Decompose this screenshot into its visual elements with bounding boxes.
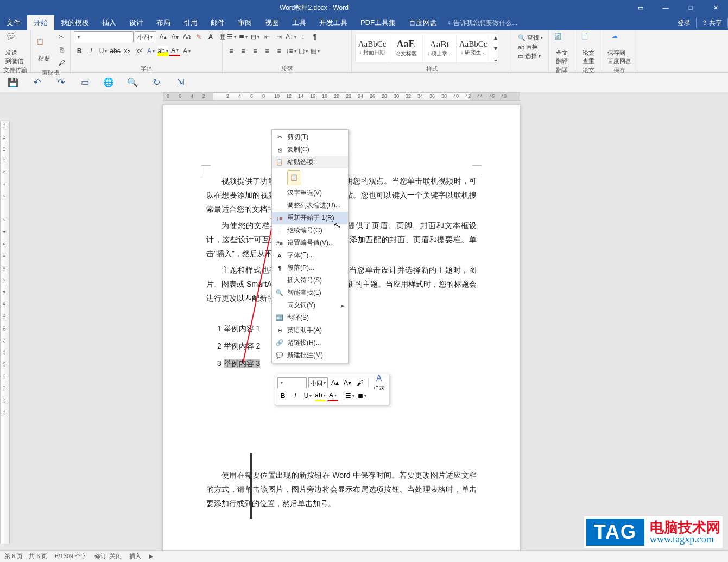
cm-font[interactable]: A字体(F)...	[272, 249, 348, 262]
show-marks-icon[interactable]: ¶	[309, 31, 320, 42]
cm-new-comment[interactable]: 💬新建批注(M)	[272, 349, 348, 362]
document-table[interactable]	[250, 453, 252, 519]
cm-hyperlink[interactable]: 🔗超链接(H)...	[272, 337, 348, 349]
cm-adjust-indent[interactable]: 调整列表缩进(U)...	[272, 199, 348, 212]
cm-cut[interactable]: ✂剪切(T)	[272, 131, 348, 143]
numbering-icon[interactable]: ≣	[238, 31, 249, 42]
shrink-font-icon[interactable]: A▾	[169, 31, 180, 42]
tab-home[interactable]: 开始	[27, 15, 54, 30]
mini-font-name[interactable]	[277, 377, 307, 388]
mini-shrink-font-icon[interactable]: A▾	[342, 377, 353, 388]
print-preview-icon[interactable]: 🌐	[103, 77, 114, 88]
bold-icon[interactable]: B	[74, 46, 85, 56]
status-macro-icon[interactable]: ▶	[149, 553, 153, 560]
format-painter-icon[interactable]: 🖌	[56, 58, 67, 68]
tab-layout[interactable]: 布局	[150, 15, 177, 30]
copy-icon[interactable]: ⎘	[56, 45, 67, 55]
align-center-icon[interactable]: ≡	[238, 46, 249, 56]
tab-insert[interactable]: 插入	[96, 15, 123, 30]
change-case-icon[interactable]: Aa	[181, 31, 192, 42]
styles-row-down-icon[interactable]: ▾	[490, 43, 501, 54]
multilevel-list-icon[interactable]: ⊟	[250, 31, 261, 42]
justify-icon[interactable]: ≡	[262, 46, 273, 56]
grow-font-icon[interactable]: A▴	[157, 31, 168, 42]
line-spacing-icon[interactable]: ↕≡	[286, 46, 296, 56]
cm-insert-symbol[interactable]: 插入符号(S)	[272, 274, 348, 287]
ribbon-display-options-icon[interactable]: ▭	[628, 0, 653, 15]
status-page[interactable]: 第 6 页，共 6 页	[4, 552, 47, 560]
superscript-icon[interactable]: x²	[134, 46, 144, 56]
mini-bold-icon[interactable]: B	[277, 390, 288, 401]
tab-design[interactable]: 设计	[123, 15, 150, 30]
share-button[interactable]: ⇪ 共享	[696, 18, 728, 28]
mini-underline-icon[interactable]: U	[302, 390, 313, 401]
select-button[interactable]: ▭选择▾	[518, 52, 543, 60]
status-track-changes[interactable]: 修订: 关闭	[94, 552, 122, 560]
mini-font-color-icon[interactable]: A	[327, 390, 338, 401]
borders-icon[interactable]: ▦	[309, 46, 320, 56]
italic-icon[interactable]: I	[86, 46, 97, 56]
undo-icon[interactable]: ↶	[31, 77, 42, 88]
vertical-ruler[interactable]: 1412108642246810121416182022242628303234	[0, 121, 10, 544]
tab-pdf[interactable]: PDF工具集	[354, 15, 402, 30]
save-to-baidu-button[interactable]: ☁保存到 百度网盘	[605, 31, 634, 66]
sort-icon[interactable]: ↕	[297, 31, 308, 42]
asian-layout-icon[interactable]: A↕	[286, 31, 296, 42]
char-shading-icon[interactable]: A	[181, 46, 192, 56]
underline-icon[interactable]: U	[98, 46, 109, 56]
tab-mail[interactable]: 邮件	[204, 15, 231, 30]
customize-qat-icon[interactable]: ⇲	[175, 77, 186, 88]
tab-tools[interactable]: 工具	[286, 15, 313, 30]
cut-icon[interactable]: ✂	[56, 31, 67, 42]
phonetic-guide-icon[interactable]: ✎	[193, 31, 204, 42]
full-translate-button[interactable]: 🔄全文 翻译	[552, 31, 572, 66]
mini-font-size[interactable]: 小四	[308, 377, 328, 388]
font-color-icon[interactable]: A	[169, 46, 180, 56]
strikethrough-icon[interactable]: abc	[110, 46, 121, 56]
mini-grow-font-icon[interactable]: A▴	[330, 377, 340, 388]
mini-italic-icon[interactable]: I	[290, 390, 301, 401]
cm-smart-lookup[interactable]: 🔍智能查找(L)	[272, 287, 348, 299]
bullets-icon[interactable]: ☰	[226, 31, 237, 42]
new-doc-icon[interactable]: ▭	[79, 77, 90, 88]
minimize-button[interactable]: —	[653, 0, 678, 15]
cm-paragraph[interactable]: ¶段落(P)...	[272, 262, 348, 274]
style-master[interactable]: AaBt↓ 硕士学...	[423, 34, 457, 62]
zoom-icon[interactable]: 🔍	[127, 77, 138, 88]
status-insert-mode[interactable]: 插入	[129, 552, 141, 560]
maximize-button[interactable]: □	[678, 0, 703, 15]
close-button[interactable]: ✕	[703, 0, 728, 15]
decrease-indent-icon[interactable]: ⇤	[262, 31, 273, 42]
style-grad[interactable]: AaBbCc↓ 研究生...	[457, 34, 490, 62]
save-icon[interactable]: 💾	[8, 77, 18, 88]
paste-button[interactable]: 📋 粘贴	[34, 37, 54, 64]
cm-english-assistant[interactable]: ⊕英语助手(A)	[272, 324, 348, 337]
align-left-icon[interactable]: ≡	[226, 46, 237, 56]
touch-mode-icon[interactable]: ↻	[151, 77, 162, 88]
mini-numbering-icon[interactable]: ≣	[357, 390, 368, 401]
redo-icon[interactable]: ↷	[55, 77, 66, 88]
text-effects-icon[interactable]: A	[145, 46, 156, 56]
tab-view[interactable]: 视图	[258, 15, 286, 30]
distribute-icon[interactable]: ≡	[274, 46, 284, 56]
thesis-check-button[interactable]: 📄论文 查重	[579, 31, 598, 66]
horizontal-ruler[interactable]: 8642246810121416182022242628303234363840…	[163, 92, 520, 101]
tab-baidu[interactable]: 百度网盘	[402, 15, 444, 30]
style-cover-date[interactable]: AaBbCc↓ 封面日期	[356, 34, 389, 62]
login-button[interactable]: 登录	[672, 18, 696, 28]
shading-icon[interactable]: ▢	[297, 46, 308, 56]
mini-highlight-icon[interactable]: ab	[315, 390, 326, 401]
find-button[interactable]: 🔍查找▾	[518, 34, 543, 42]
tab-dev[interactable]: 开发工具	[313, 15, 354, 30]
mini-styles-button[interactable]: A 样式	[371, 374, 387, 392]
styles-gallery[interactable]: AaBbCc↓ 封面日期 AaE论文标题 AaBt↓ 硕士学... AaBbCc…	[355, 34, 498, 63]
font-name-combo[interactable]	[74, 31, 134, 42]
styles-row-up-icon[interactable]: ▴	[490, 32, 501, 43]
tab-review[interactable]: 审阅	[231, 15, 258, 30]
tab-file[interactable]: 文件	[0, 15, 27, 30]
paste-keep-source-icon[interactable]: 📋	[287, 170, 300, 185]
clear-formatting-icon[interactable]: A̸	[205, 31, 216, 42]
highlight-icon[interactable]: ab	[157, 46, 168, 56]
send-to-wechat-button[interactable]: 💬 发送 到微信	[3, 31, 26, 66]
cm-synonyms[interactable]: 同义词(Y)▶	[272, 299, 348, 312]
